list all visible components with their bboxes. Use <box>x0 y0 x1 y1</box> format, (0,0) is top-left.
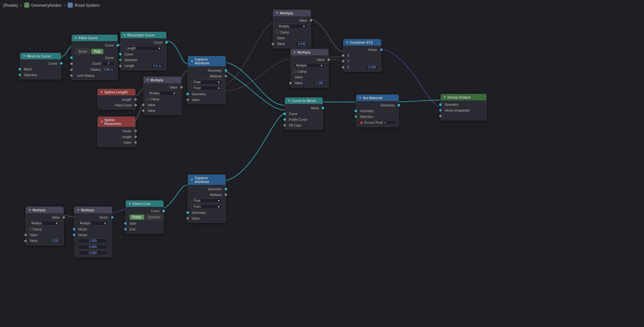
go-empty-input[interactable] <box>439 115 442 117</box>
sp-length-output[interactable] <box>134 135 137 138</box>
curve-line-node[interactable]: ▼ Curve Line Curve Points Direction Star… <box>125 200 164 234</box>
cl-start-input[interactable] <box>124 222 127 225</box>
ca2-float-field[interactable]: Float ▼ <box>192 198 222 203</box>
sl-pointcount-output[interactable] <box>134 104 137 106</box>
mr-clamp-checkbox[interactable] <box>293 70 296 73</box>
ca2-attr-output[interactable] <box>225 193 227 196</box>
count-socket[interactable] <box>70 62 73 65</box>
node-canvas[interactable]: (Roads) > GeometryNodes > Road System ▼ … <box>0 0 644 327</box>
fillet-curve-input[interactable] <box>70 56 73 59</box>
breadcrumb-geonodes[interactable]: GeometryNodes <box>31 3 62 8</box>
ca1-geo-input[interactable] <box>186 93 189 95</box>
mbl2-vector-output[interactable] <box>111 216 114 219</box>
resample-curve-node[interactable]: ▼ Resample Curve Curve Length ▼ Curve Se… <box>120 32 167 70</box>
ca2-value-input[interactable] <box>186 217 189 220</box>
mm-value2-input[interactable] <box>142 109 145 112</box>
mm-value1-input[interactable] <box>142 104 145 106</box>
multiply-top-node[interactable]: ▼ Multiply Value Multiply ▼ Clamp Value … <box>273 10 311 48</box>
spline-length-node[interactable]: ▼ Spline Length Length Point Count <box>97 89 136 110</box>
spline-parameter-node[interactable]: ▼ Spline Parameter Factor Length Index <box>97 116 136 147</box>
mbl2-v1-value[interactable]: 1.000 <box>78 238 108 243</box>
mbl2-v3-value[interactable]: 0.000 <box>78 251 108 255</box>
cxyz-z-input[interactable] <box>342 66 344 69</box>
mbl2-vector-input[interactable] <box>73 228 75 230</box>
breadcrumb-roadsystem[interactable]: Road System <box>75 3 100 8</box>
fillet-curve-node[interactable]: ▼ Fillet Curve Curve Bezier Poly Curve C… <box>71 34 118 80</box>
cxyz-z-value[interactable]: 0.000 <box>366 65 378 69</box>
limit-radius-socket[interactable] <box>70 74 73 77</box>
multiply-bl2-node[interactable]: ▼ Multiply Vector Multiply ▼ Vector Vect… <box>74 207 112 258</box>
sp-factor-output[interactable] <box>134 130 137 132</box>
mt-value-output[interactable] <box>310 19 312 22</box>
mm-value-output[interactable] <box>180 86 183 89</box>
mt-val-value[interactable]: 0.440 <box>296 41 308 46</box>
cl-end-input[interactable] <box>124 228 127 230</box>
curve-output-socket[interactable] <box>60 62 63 65</box>
mr-val-value[interactable]: 1.260 <box>313 81 326 85</box>
cxyz-y-input[interactable] <box>342 60 344 62</box>
multiply-midright-node[interactable]: ▼ Multiply Value Multiply ▼ Clamp Value <box>290 49 329 88</box>
ctm-profile-input[interactable] <box>283 118 286 121</box>
mt-mode-field[interactable]: Multiply ▼ <box>277 24 307 29</box>
mbl2-vector2-input[interactable] <box>73 234 75 236</box>
bezier-tab[interactable]: Bezier <box>76 49 90 54</box>
mbl2-mode-field[interactable]: Multiply ▼ <box>78 221 108 226</box>
go-geo-input[interactable] <box>439 103 442 106</box>
resample-length-val[interactable]: 0.1 m <box>151 63 164 68</box>
mbl1-value-input[interactable] <box>24 234 27 236</box>
cl-curve-output[interactable] <box>162 210 165 212</box>
group-output-node[interactable]: ▼ Group Output Geometry Vector (mapping!… <box>440 94 487 120</box>
material-remove-btn[interactable]: ✕ <box>384 121 386 124</box>
capture-attribute-1-node[interactable]: ▼ Capture Attribute Geometry Attribute F… <box>188 56 226 104</box>
points-tab[interactable]: Points <box>130 214 144 220</box>
resample-length-socket[interactable] <box>119 65 122 67</box>
ca2-geo-output[interactable] <box>225 188 227 190</box>
radius-value[interactable]: 0.85 m <box>102 67 115 72</box>
mbl1-value2-input[interactable] <box>24 240 27 242</box>
capture-attribute-2-node[interactable]: ▼ Capture Attribute Geometry Attribute F… <box>188 174 226 223</box>
cxyz-x-input[interactable] <box>342 54 344 57</box>
resample-curve-output[interactable] <box>165 41 168 44</box>
mbl2-v2-value[interactable]: 0.000 <box>78 244 108 249</box>
set-material-node[interactable]: ▼ Set Material Geometry Geometry Selecti… <box>356 94 399 127</box>
radius-socket[interactable] <box>70 69 73 71</box>
combine-xyz-node[interactable]: ▼ Combine XYZ Vector X Y Z 0.000 <box>343 39 381 72</box>
breadcrumb-roads[interactable]: (Roads) <box>3 3 18 8</box>
mbl1-value-output[interactable] <box>63 216 65 219</box>
poly-tab[interactable]: Poly <box>91 49 103 54</box>
ca1-geo-output[interactable] <box>225 69 227 72</box>
count-value[interactable]: 9 <box>102 61 115 66</box>
fillet-curve-output[interactable] <box>116 44 119 47</box>
mr-value-output[interactable] <box>327 58 330 61</box>
sm-selection-input[interactable] <box>355 115 357 118</box>
cxyz-vector-output[interactable] <box>380 48 383 51</box>
mm-mode-field[interactable]: Multiply ▼ <box>147 91 177 96</box>
ca1-attr-output[interactable] <box>225 75 227 77</box>
mbl1-clamp-checkbox[interactable] <box>28 228 32 231</box>
sm-geo-output[interactable] <box>398 104 400 106</box>
sm-material-badge[interactable]: Ground Road ✕ <box>359 120 396 125</box>
mbl1-val-value[interactable]: 0.200 <box>48 238 61 243</box>
sl-length-output[interactable] <box>134 98 137 101</box>
resample-selection-socket[interactable] <box>119 59 122 61</box>
mm-clamp-checkbox[interactable] <box>146 98 149 101</box>
ctm-fillcaps-input[interactable] <box>283 124 286 127</box>
mesh-input-socket[interactable] <box>19 68 21 70</box>
ca1-float-field[interactable]: Float ▼ <box>192 80 222 84</box>
sm-geo-input[interactable] <box>355 110 357 112</box>
mt-value-input[interactable] <box>272 43 274 45</box>
curve-to-mesh-node[interactable]: ▼ Curve to Mesh Mesh Curve Profile Curve… <box>285 97 323 130</box>
selection-input-socket[interactable] <box>19 74 21 76</box>
direction-tab[interactable]: Direction <box>145 214 163 220</box>
ca1-value-input[interactable] <box>186 98 189 101</box>
ctm-mesh-output[interactable] <box>322 107 324 109</box>
ca1-point-field[interactable]: Point ▼ <box>192 86 222 91</box>
go-vector-input[interactable] <box>439 109 442 112</box>
multiply-mid-node[interactable]: ▼ Multiply Value Multiply ▼ Clamp Value … <box>143 76 182 115</box>
ctm-curve-input[interactable] <box>283 113 286 115</box>
mesh-to-curve-node[interactable]: ▼ Mesh to Curve Curve Mesh Selection <box>20 53 61 79</box>
resample-mode-field[interactable]: Length ▼ <box>124 46 162 51</box>
mr-mode-field[interactable]: Multiply ▼ <box>295 63 325 68</box>
ca2-geo-input[interactable] <box>186 211 189 214</box>
mbl1-mode-field[interactable]: Multiply ▼ <box>30 221 60 226</box>
